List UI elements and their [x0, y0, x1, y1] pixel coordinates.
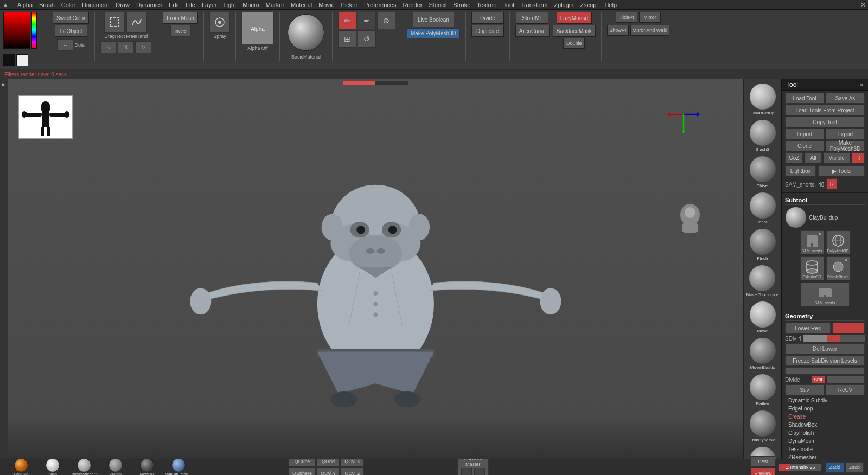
- tool-thumb-sam-shorts[interactable]: 6 SAM_shorts: [800, 230, 824, 254]
- primitive-btn-qcylz[interactable]: QCyl Z: [341, 468, 364, 476]
- zsub-btn[interactable]: Zsub: [845, 462, 864, 473]
- double-btn[interactable]: Double: [563, 38, 585, 49]
- copy-tool-btn[interactable]: Copy Tool: [785, 117, 865, 127]
- goz-btn[interactable]: GoZ: [785, 152, 803, 163]
- visible-btn[interactable]: Visible: [824, 152, 850, 163]
- smt-btn[interactable]: Smt: [811, 376, 825, 383]
- invers-icon[interactable]: Invers: [170, 25, 191, 37]
- mirror-weld-btn[interactable]: Mirror And Weld: [630, 25, 669, 36]
- switch-color-btn[interactable]: SwitchColor: [53, 12, 89, 24]
- menu-item-draw[interactable]: Draw: [112, 0, 133, 10]
- menu-item-render[interactable]: Render: [399, 0, 425, 10]
- load-tool-btn[interactable]: Load Tool: [785, 93, 824, 104]
- menu-item-texture[interactable]: Texture: [474, 0, 500, 10]
- claypolish-item[interactable]: ClayPolish: [785, 429, 865, 437]
- menu-item-zplugin[interactable]: Zplugin: [551, 0, 577, 10]
- store-mt-btn[interactable]: StoreMT: [516, 12, 548, 24]
- backface-mask-btn[interactable]: BackfaceMask: [553, 25, 596, 37]
- brush-item-chisel[interactable]: Chisel: [750, 156, 776, 188]
- sphere-preview[interactable]: [288, 14, 324, 51]
- corner-icon-right[interactable]: ✕: [860, 1, 866, 9]
- menu-item-movie[interactable]: Movie: [315, 0, 337, 10]
- menu-item-layer[interactable]: Layer: [199, 0, 220, 10]
- swatch-white[interactable]: [16, 54, 28, 66]
- menu-item-brush[interactable]: Brush: [36, 0, 58, 10]
- freeze-subdiv-btn[interactable]: Freeze SubDivision Levels: [785, 355, 865, 366]
- viewport[interactable]: [8, 79, 743, 459]
- move-btn[interactable]: ⊕: [377, 12, 395, 29]
- shadowbox-item[interactable]: ShadowBox: [785, 421, 865, 429]
- from-mesh-btn[interactable]: From Mesh: [163, 12, 198, 24]
- dynamic-subdiv-item[interactable]: Dynamic Subdiv: [785, 396, 865, 405]
- menu-item-alpha[interactable]: Alpha: [14, 0, 36, 10]
- rotate-btn-2[interactable]: ↺: [358, 30, 376, 48]
- zadd-btn[interactable]: Zadd: [825, 462, 844, 473]
- crease-item[interactable]: Crease: [785, 413, 865, 421]
- spray-icon[interactable]: [209, 12, 230, 33]
- menu-item-document[interactable]: Document: [79, 0, 112, 10]
- brush-item-slash3[interactable]: Slash3: [750, 120, 776, 152]
- mat-item-metal01[interactable]: Metal 01: [133, 458, 161, 475]
- edit-btn[interactable]: ✏: [338, 12, 356, 29]
- hide-pt-btn[interactable]: HidePt: [616, 12, 637, 23]
- accu-curve-btn[interactable]: AccuCurve: [515, 25, 550, 37]
- export-btn[interactable]: Export: [826, 129, 865, 139]
- make-polymesh-rp-btn[interactable]: Make PolyMesh3D: [826, 140, 865, 151]
- mat-item-blinn[interactable]: Blinn: [39, 458, 66, 475]
- make-polymesh-btn[interactable]: Make PolyMesh3D: [407, 28, 460, 38]
- menu-item-picker[interactable]: Picker: [338, 0, 361, 10]
- primitive-btn-qsphere[interactable]: QSphere: [289, 468, 316, 476]
- divide-btn[interactable]: Divide: [471, 12, 504, 24]
- brush-item-inflat[interactable]: Inflat: [750, 192, 776, 224]
- primitive-btn-qcyly[interactable]: QCyl Y: [317, 468, 340, 476]
- right-panel-close[interactable]: ✕: [859, 82, 864, 88]
- r-btn[interactable]: R: [852, 152, 865, 163]
- del-lower-btn[interactable]: Del Lower: [785, 343, 865, 354]
- menu-item-edit[interactable]: Edit: [165, 0, 182, 10]
- flip-h-icon[interactable]: ⇆: [100, 41, 117, 53]
- save-as-btn[interactable]: Save As: [826, 93, 865, 104]
- brush-item-move[interactable]: Move: [750, 301, 776, 333]
- free-hand-icon[interactable]: [126, 12, 147, 33]
- tool-thumb-polymesh3d[interactable]: PolyMesh3D: [826, 230, 850, 254]
- menu-item-stencil[interactable]: Stencil: [426, 0, 450, 10]
- menu-item-transform[interactable]: Transform: [518, 0, 551, 10]
- clone-btn[interactable]: Clone: [785, 140, 824, 151]
- show-pt-btn[interactable]: ShowPt: [607, 25, 629, 36]
- dynamesh-item[interactable]: DynaMesh: [785, 437, 865, 445]
- menu-item-tool[interactable]: Tool: [500, 0, 517, 10]
- lazy-mouse-btn[interactable]: LazyMouse: [557, 12, 592, 24]
- duplicate-btn[interactable]: Duplicate: [471, 25, 504, 37]
- view-head-icon[interactable]: [678, 204, 703, 234]
- mirror-btn[interactable]: Mirror: [639, 12, 661, 23]
- color-gradient[interactable]: [3, 12, 30, 49]
- lightbox-btn[interactable]: Lightbox: [785, 165, 816, 176]
- menu-item-zscript[interactable]: Zscript: [577, 0, 601, 10]
- zremesher-item[interactable]: ZRemesher: [785, 453, 865, 459]
- live-boolean-btn[interactable]: Live Boolean: [413, 12, 454, 27]
- menu-item-dynamics[interactable]: Dynamics: [133, 0, 165, 10]
- best-btn[interactable]: Best: [750, 456, 775, 467]
- brush-item-flatten[interactable]: Flatten: [750, 374, 776, 406]
- rotate-icon[interactable]: ↻: [135, 41, 151, 53]
- tool-thumb-cylinder3d[interactable]: Cylinder3D: [800, 256, 824, 280]
- menu-item-stroke[interactable]: Stroke: [450, 0, 474, 10]
- menu-item-material[interactable]: Material: [288, 0, 315, 10]
- tools-btn[interactable]: ▶ Tools: [818, 165, 865, 176]
- tessimate-item[interactable]: Tessimate: [785, 445, 865, 453]
- brush-item-trimdynamic[interactable]: TrimDynamic: [750, 410, 776, 442]
- brush-item-claybuildup[interactable]: ClayBuildUp: [750, 84, 776, 115]
- lower-res-btn[interactable]: Lower Res: [785, 323, 831, 333]
- sdiv-bar[interactable]: [803, 335, 865, 342]
- brush-item-moveelastic[interactable]: Move Elastic: [750, 338, 776, 370]
- mat-item-polyskin[interactable]: PolySkin: [8, 458, 35, 475]
- scale-btn[interactable]: ⊞: [338, 30, 356, 48]
- r2-btn[interactable]: R: [826, 178, 837, 189]
- z-intensity-bar[interactable]: Z Intensity 25: [778, 464, 822, 471]
- reuv-btn[interactable]: ReUV: [826, 384, 865, 395]
- flip-v-icon[interactable]: ⇅: [118, 41, 134, 53]
- menu-item-color[interactable]: Color: [58, 0, 79, 10]
- import-btn[interactable]: Import: [785, 129, 824, 139]
- alpha-preview[interactable]: Alpha: [241, 12, 274, 44]
- mat-item-zmetal[interactable]: ZMetal: [102, 458, 129, 475]
